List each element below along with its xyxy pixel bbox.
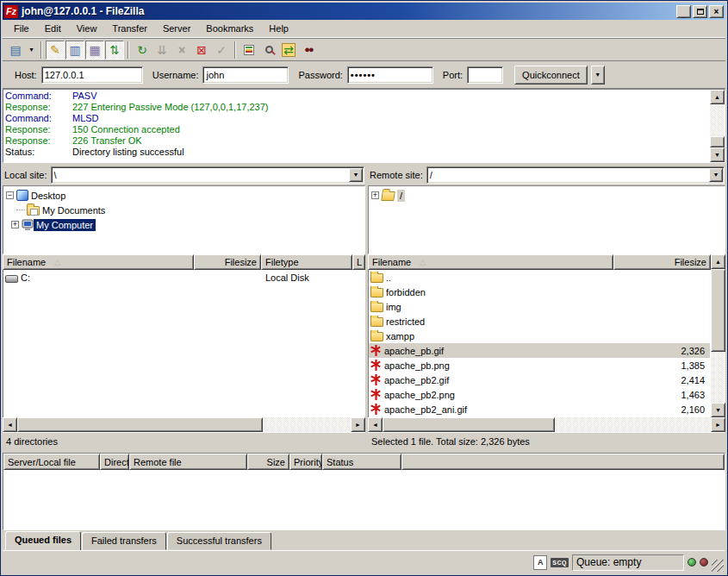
remote-scroll-track[interactable] xyxy=(711,352,725,403)
queue-column-remote-file[interactable]: Remote file xyxy=(129,454,247,470)
remote-file-row[interactable]: restricted xyxy=(369,314,710,329)
menu-file[interactable]: File xyxy=(6,21,37,36)
desktop-icon xyxy=(16,190,28,201)
host-input[interactable] xyxy=(41,66,143,84)
remote-file-row[interactable]: forbidden xyxy=(369,285,710,299)
site-manager-dropdown[interactable]: ▼ xyxy=(26,41,37,59)
local-column-filename[interactable]: Filename△ xyxy=(3,254,194,270)
directory-comparison-button[interactable] xyxy=(240,41,258,59)
queue-column-local-file[interactable]: Server/Local file xyxy=(3,454,100,470)
quickconnect-dropdown[interactable]: ▼ xyxy=(591,66,605,85)
queue-column-priority[interactable]: Priority xyxy=(289,454,322,470)
tree-item-root[interactable]: + / xyxy=(371,188,725,203)
find-files-button[interactable]: ●● xyxy=(299,41,318,59)
scroll-right-icon[interactable]: ► xyxy=(711,417,725,432)
local-column-last-modified[interactable]: L xyxy=(352,254,365,270)
remote-file-row[interactable]: apache_pb.png 1,385 xyxy=(369,358,710,373)
toggle-remote-tree-button[interactable]: ▦ xyxy=(85,41,104,59)
local-scroll-track[interactable] xyxy=(263,417,351,432)
filezilla-window: Fz john@127.0.0.1 - FileZilla _ × File E… xyxy=(0,0,728,576)
menu-transfer[interactable]: Transfer xyxy=(104,21,155,36)
my-documents-icon xyxy=(27,206,40,216)
remote-site-combo[interactable]: / ▼ xyxy=(426,166,725,184)
remote-file-row-selected[interactable]: apache_pb.gif 2,326 xyxy=(369,343,710,358)
local-scroll-thumb[interactable] xyxy=(17,417,263,432)
username-input[interactable] xyxy=(202,66,289,84)
remote-file-row[interactable]: .. xyxy=(369,270,710,285)
tree-item-my-computer[interactable]: + My Computer xyxy=(6,217,364,232)
remote-horizontal-scrollbar[interactable]: ◄ ► xyxy=(368,417,725,432)
tree-expand-icon[interactable]: + xyxy=(11,221,19,229)
tab-successful-transfers[interactable]: Successful transfers xyxy=(167,532,271,550)
queue-column-size[interactable]: Size xyxy=(247,454,289,470)
speed-limit-badge-icon[interactable]: SCQ xyxy=(551,558,569,567)
remote-column-filesize[interactable]: Filesize xyxy=(613,254,711,270)
remote-scroll-thumb-h[interactable] xyxy=(383,417,555,432)
maximize-button[interactable] xyxy=(693,5,707,18)
remote-file-row[interactable]: apache_pb2.png 1,463 xyxy=(369,387,710,402)
remote-scroll-thumb[interactable] xyxy=(711,269,725,352)
queue-column-direction[interactable]: Directi... xyxy=(100,454,129,470)
toggle-local-tree-button[interactable]: ▥ xyxy=(65,41,84,59)
remote-file-row[interactable]: apache_pb2_ani.gif 2,160 xyxy=(369,402,710,416)
tree-collapse-icon[interactable]: − xyxy=(6,191,14,199)
filename-filters-button[interactable] xyxy=(259,41,278,59)
remote-file-row[interactable]: xampp xyxy=(369,329,710,343)
local-column-filesize[interactable]: Filesize xyxy=(194,254,261,270)
disconnect-button[interactable]: ⊠ xyxy=(192,41,211,59)
scroll-left-icon[interactable]: ◄ xyxy=(3,417,17,432)
scroll-up-icon[interactable]: ▲ xyxy=(710,90,725,104)
reconnect-button[interactable]: ✓ xyxy=(212,41,231,59)
log-vertical-scrollbar[interactable]: ▲ ▼ xyxy=(710,90,725,162)
scroll-up-icon[interactable]: ▲ xyxy=(711,254,725,269)
toggle-message-log-button[interactable]: ✎ xyxy=(46,41,65,59)
remote-file-row[interactable]: img xyxy=(369,299,710,314)
tree-expand-icon[interactable]: + xyxy=(371,191,379,199)
quickconnect-button[interactable]: Quickconnect xyxy=(514,66,588,85)
remote-vertical-scrollbar[interactable]: ▲ ▼ xyxy=(711,254,725,417)
password-input[interactable] xyxy=(347,66,433,84)
scroll-down-icon[interactable]: ▼ xyxy=(710,147,725,162)
menu-view[interactable]: View xyxy=(69,21,105,36)
resize-grip[interactable] xyxy=(712,560,724,572)
local-site-combo[interactable]: \ ▼ xyxy=(51,166,364,184)
menu-server[interactable]: Server xyxy=(155,21,198,36)
refresh-button[interactable]: ↻ xyxy=(133,41,152,59)
port-input[interactable] xyxy=(467,66,503,84)
cancel-operation-button[interactable]: × xyxy=(172,41,191,59)
toggle-transfer-queue-button[interactable]: ⇅ xyxy=(105,41,124,59)
queue-column-status[interactable]: Status xyxy=(322,454,401,470)
remote-file-row[interactable]: apache_pb2.gif 2,414 xyxy=(369,373,710,387)
scroll-left-icon[interactable]: ◄ xyxy=(368,417,383,432)
queue-list-empty[interactable] xyxy=(3,470,725,529)
menu-bookmarks[interactable]: Bookmarks xyxy=(198,21,261,36)
local-column-filetype[interactable]: Filetype xyxy=(261,254,352,270)
synchronized-browsing-button[interactable]: ⇄ xyxy=(279,41,298,59)
local-file-row-c-drive[interactable]: C: Local Disk xyxy=(3,270,364,285)
tree-item-desktop[interactable]: − Desktop xyxy=(6,188,364,203)
scroll-right-icon[interactable]: ► xyxy=(351,417,365,432)
local-horizontal-scrollbar[interactable]: ◄ ► xyxy=(3,417,365,432)
chevron-down-icon[interactable]: ▼ xyxy=(709,168,723,182)
tab-queued-files[interactable]: Queued files xyxy=(5,531,81,551)
remote-column-filename[interactable]: Filename△ xyxy=(368,254,613,270)
queue-column-filler xyxy=(401,454,725,470)
transfer-type-ascii-icon[interactable]: A xyxy=(533,555,547,570)
close-button[interactable]: × xyxy=(709,5,724,18)
minimize-button[interactable]: _ xyxy=(676,5,691,18)
log-line: Command:PASV xyxy=(5,91,708,102)
process-queue-icon: ⇊ xyxy=(157,44,167,56)
title-bar[interactable]: Fz john@127.0.0.1 - FileZilla _ × xyxy=(3,3,725,20)
tab-failed-transfers[interactable]: Failed transfers xyxy=(82,532,166,550)
chevron-down-icon[interactable]: ▼ xyxy=(349,168,363,182)
menu-help[interactable]: Help xyxy=(261,21,296,36)
remote-scroll-track-h[interactable] xyxy=(555,417,711,432)
activity-led-red-icon xyxy=(700,558,708,567)
log-scroll-track[interactable] xyxy=(710,104,725,136)
site-manager-button[interactable]: ▤ xyxy=(6,41,25,59)
process-queue-button[interactable]: ⇊ xyxy=(152,41,171,59)
tree-item-my-documents[interactable]: My Documents xyxy=(6,203,364,217)
log-scroll-thumb[interactable] xyxy=(710,136,725,147)
menu-edit[interactable]: Edit xyxy=(37,21,69,36)
scroll-down-icon[interactable]: ▼ xyxy=(711,403,725,417)
